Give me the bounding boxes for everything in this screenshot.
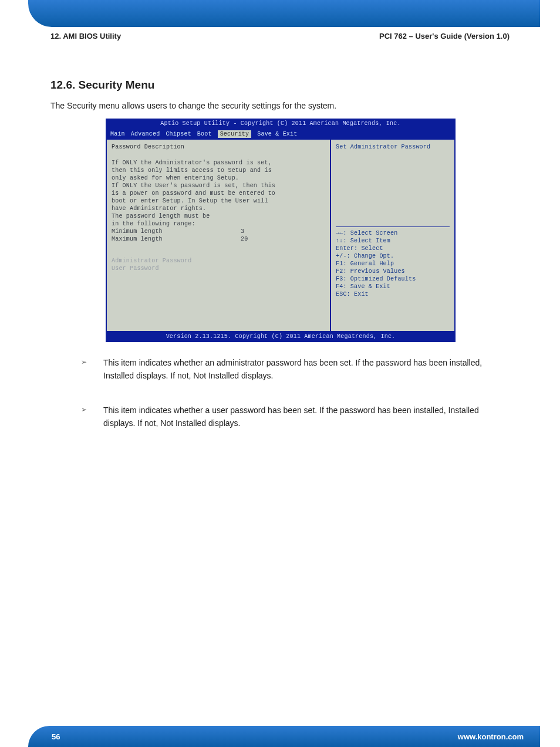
bios-tab-row: Main Advanced Chipset Boot Security Save… bbox=[106, 129, 456, 138]
bios-tab-main[interactable]: Main bbox=[110, 130, 125, 138]
bios-key-row: F4: Save & Exit bbox=[336, 283, 450, 290]
bios-max-length-label: Maximum length bbox=[112, 235, 241, 243]
bios-tab-save-exit[interactable]: Save & Exit bbox=[257, 130, 297, 138]
bios-password-items: Administrator Password User Password bbox=[112, 257, 325, 272]
bios-tab-security[interactable]: Security bbox=[218, 130, 252, 138]
bullet-icon: ➢ bbox=[81, 404, 103, 430]
bios-screenshot: Aptio Setup Utility - Copyright (C) 2011… bbox=[106, 119, 456, 338]
bios-item-user-password[interactable]: User Password bbox=[112, 265, 325, 272]
bios-min-length-label: Minimum length bbox=[112, 228, 241, 235]
bios-min-length-value: 3 bbox=[241, 228, 244, 235]
bios-key-row: ESC: Exit bbox=[336, 290, 450, 298]
bios-pwd-description: If ONLY the Administrator's password is … bbox=[112, 159, 325, 228]
list-item: ➢ This item indicates whether an adminis… bbox=[81, 357, 510, 382]
bullet-text: This item indicates whether an administr… bbox=[103, 357, 510, 382]
bios-pwd-heading: Password Description bbox=[112, 143, 325, 151]
header-right: PCI 762 – User's Guide (Version 1.0) bbox=[379, 32, 510, 40]
bios-tab-boot[interactable]: Boot bbox=[197, 130, 212, 138]
list-item: ➢ This item indicates whether a user pas… bbox=[81, 404, 510, 430]
top-banner bbox=[28, 0, 540, 27]
bios-tab-chipset[interactable]: Chipset bbox=[166, 130, 191, 138]
bios-right-pane: Set Administrator Password →←: Select Sc… bbox=[331, 140, 456, 331]
bios-min-length-row: Minimum length 3 bbox=[112, 228, 325, 235]
header-left: 12. AMI BIOS Utility bbox=[50, 32, 121, 40]
bullet-icon: ➢ bbox=[81, 357, 103, 382]
page-header: 12. AMI BIOS Utility PCI 762 – User's Gu… bbox=[50, 32, 510, 40]
bios-key-row: →←: Select Screen bbox=[336, 229, 450, 237]
bios-body: Password Description If ONLY the Adminis… bbox=[106, 138, 456, 332]
bullet-list: ➢ This item indicates whether an adminis… bbox=[81, 357, 510, 452]
bios-tab-advanced[interactable]: Advanced bbox=[131, 130, 160, 138]
bios-key-legend: →←: Select Screen ↑↓: Select Item Enter:… bbox=[336, 227, 450, 298]
document-page: 12. AMI BIOS Utility PCI 762 – User's Gu… bbox=[0, 0, 560, 747]
section-intro: The Security menu allows users to change… bbox=[50, 100, 510, 111]
bios-max-length-row: Maximum length 20 bbox=[112, 235, 325, 243]
bullet-text: This item indicates whether a user passw… bbox=[103, 404, 510, 430]
bios-left-pane: Password Description If ONLY the Adminis… bbox=[106, 140, 331, 331]
bios-key-row: F1: General Help bbox=[336, 260, 450, 268]
bios-item-admin-password[interactable]: Administrator Password bbox=[112, 257, 325, 265]
bios-footer: Version 2.13.1215. Copyright (C) 2011 Am… bbox=[106, 332, 456, 342]
page-number: 56 bbox=[52, 732, 60, 741]
bottom-banner: 56 www.kontron.com bbox=[28, 726, 540, 747]
bios-title-bar: Aptio Setup Utility - Copyright (C) 2011… bbox=[106, 119, 456, 129]
footer-url: www.kontron.com bbox=[458, 732, 524, 741]
bios-key-row: F3: Optimized Defaults bbox=[336, 275, 450, 283]
bios-help-title: Set Administrator Password bbox=[336, 143, 450, 151]
bios-key-row: F2: Previous Values bbox=[336, 268, 450, 275]
bios-max-length-value: 20 bbox=[241, 235, 248, 243]
bios-key-row: ↑↓: Select Item bbox=[336, 237, 450, 245]
bios-key-row: Enter: Select bbox=[336, 245, 450, 252]
bios-key-row: +/-: Change Opt. bbox=[336, 252, 450, 260]
section-heading: 12.6. Security Menu bbox=[50, 79, 154, 92]
